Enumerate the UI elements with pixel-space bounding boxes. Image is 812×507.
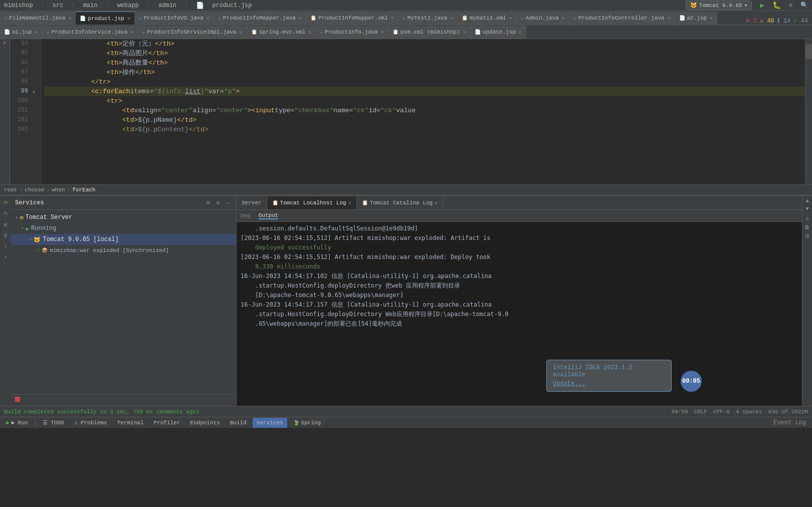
settings-icon[interactable]: ⚙ xyxy=(214,199,222,207)
problems-strip-btn[interactable]: ⚠ Problems xyxy=(70,418,111,428)
tab-admin[interactable]: ☕ Admin.java ✕ xyxy=(517,12,569,25)
log-content[interactable]: .session.defaults.DefaultSqlSession@1e9d… xyxy=(237,222,802,406)
tab-productinfocontroller[interactable]: ☕ ProductInfoController.java ✕ xyxy=(569,12,675,25)
bc-choose[interactable]: choose xyxy=(25,187,45,193)
build-strip-btn[interactable]: Build xyxy=(226,418,251,428)
update-link[interactable]: Update... xyxy=(553,380,585,387)
java-icon-9: ☕ xyxy=(320,29,323,35)
todo-strip-btn[interactable]: ☰ TODO xyxy=(39,418,68,428)
tab-close-localhost-log[interactable]: ✕ xyxy=(348,200,351,206)
collapse-btn[interactable]: ≡ xyxy=(1,209,10,218)
code-line-100: <tr> xyxy=(44,96,805,106)
tab-productinfomapper-xml[interactable]: 📋 ProductInfoMapper.xml ✕ xyxy=(306,12,398,25)
bc-when[interactable]: when xyxy=(52,187,65,193)
tree-item-running[interactable]: ▾ ▶ Running xyxy=(11,223,236,234)
scroll-up-icon[interactable]: ▲ xyxy=(805,198,809,204)
tab-close-springmvc[interactable]: ✕ xyxy=(308,29,311,35)
scroll-down-icon[interactable]: ▼ xyxy=(805,206,809,212)
tab-close-mapper-xml[interactable]: ✕ xyxy=(391,15,394,21)
tab-mybatis-xml[interactable]: 📋 mybatis.xml ✕ xyxy=(458,12,517,25)
catalina-tab-icon: 📋 xyxy=(362,200,368,206)
tab-update-jsp[interactable]: 📄 update.jsp ✕ xyxy=(471,26,526,39)
xml-icon: 📋 xyxy=(310,15,316,21)
tab-pom-xml[interactable]: 📋 pom.xml (mimishop) ✕ xyxy=(388,26,471,39)
tab-close-mybatis[interactable]: ✕ xyxy=(509,15,512,21)
tab-a2-jsp[interactable]: 📄 a2.jsp ✕ xyxy=(675,12,718,25)
encoding-indicator[interactable]: UTF-8 xyxy=(713,409,730,415)
profiler-strip-btn[interactable]: Profiler xyxy=(150,418,184,428)
status-right: 99:50 CRLF UTF-8 4 spaces 836 of 2022M xyxy=(672,409,808,415)
print-icon[interactable]: 🖨 xyxy=(804,232,810,239)
crlf-indicator[interactable]: CRLF xyxy=(694,409,707,415)
tab-close-a1[interactable]: ✕ xyxy=(35,29,38,35)
tab-mytest2[interactable]: ☕ MyTest2.java ✕ xyxy=(398,12,458,25)
clear-icon[interactable]: 🗑 xyxy=(804,224,810,230)
bc-foreach[interactable]: forEach xyxy=(72,187,95,193)
tab-a1-jsp[interactable]: 📄 a1.jsp ✕ xyxy=(0,26,43,39)
run-strip-btn[interactable]: ▶ ▶ Run xyxy=(2,418,32,428)
menu-item-app[interactable]: mimishop xyxy=(4,2,33,9)
minimize-icon[interactable]: — xyxy=(224,199,232,207)
code-line-102: <td>${p.pName}</td> xyxy=(44,115,805,125)
tab-filenameutil[interactable]: ☕ FileNameUtil.java ✕ xyxy=(0,12,76,25)
tab-close-product[interactable]: ✕ xyxy=(127,16,130,22)
tab-productinfo[interactable]: ☕ ProductInfo.java ✕ xyxy=(316,26,388,39)
log-tab-localhost[interactable]: 📋 Tomcat Localhost Log ✕ xyxy=(267,196,357,209)
tab-product-jsp[interactable]: 📄 product.jsp ✕ xyxy=(76,12,135,25)
tree-item-tomcat-instance[interactable]: ▾ 🐱 Tomcat 9.0.65 [local] xyxy=(11,234,236,245)
tab-springmvc-xml[interactable]: 📋 spring-mvc.xml ✕ xyxy=(247,26,316,39)
event-log-btn[interactable]: Event Log xyxy=(773,419,806,426)
tab-productinfovo[interactable]: ☕ ProductInfoVO.java ✕ xyxy=(135,12,214,25)
tab-close-service[interactable]: ✕ xyxy=(131,29,134,35)
expand-btn[interactable]: ⊞ xyxy=(1,220,10,229)
indent-indicator[interactable]: 4 spaces xyxy=(736,409,762,415)
xml-icon-3: 📋 xyxy=(251,29,257,35)
menu-breadcrumb-src: src xyxy=(53,2,64,9)
tab-close-admin[interactable]: ✕ xyxy=(562,15,565,21)
tab-close-mapper[interactable]: ✕ xyxy=(299,15,302,21)
log-line-9: 16-Jun-2023 14:54:17.157 信息 [Catalina-ut… xyxy=(241,300,798,310)
grid-icon[interactable]: ⊞ xyxy=(204,199,212,207)
code-editor[interactable]: <th>定价（元）</th> <th>商品图片</th> <th>商品数量</t… xyxy=(41,39,805,184)
log-line-8: [D:\apache-tomcat-9.0.65\webapps\manager… xyxy=(241,291,798,300)
tab-close-filenameutil[interactable]: ✕ xyxy=(68,15,71,21)
tree-item-war[interactable]: ✓ 📦 mimishop:war exploded [Synchronized] xyxy=(11,245,236,256)
tab-close-controller[interactable]: ✕ xyxy=(667,15,670,21)
tab-close-a2[interactable]: ✕ xyxy=(710,15,713,21)
tab-close-vo[interactable]: ✕ xyxy=(207,15,210,21)
tab-productinfoserviceimpl[interactable]: ☕ ProductInfoServiceImpl.java ✕ xyxy=(138,26,247,39)
filter-btn[interactable]: ⚲ xyxy=(1,231,10,240)
bc-root[interactable]: root xyxy=(4,187,17,193)
search-button[interactable]: 🔍 xyxy=(800,2,808,9)
wrap-icon[interactable]: ≡ xyxy=(805,216,809,222)
refresh-btn[interactable]: ⟳ xyxy=(1,198,10,207)
sort-btn[interactable]: ↕ xyxy=(1,242,10,251)
editor-scrollbar[interactable] xyxy=(805,39,812,184)
tab-productinfomapper[interactable]: ☕ ProductInfoMapper.java ✕ xyxy=(214,12,306,25)
log-subtab-dep[interactable]: Dep xyxy=(241,213,251,219)
line-percentage[interactable]: 99:50 xyxy=(672,409,688,415)
run-config-button[interactable]: 🐱 Tomcat 9.0.65 ▾ xyxy=(686,1,752,10)
error-count: ⊗ 2 xyxy=(746,17,757,25)
log-subtab-output[interactable]: Output xyxy=(259,212,279,219)
warning-gutter-icon[interactable]: ⚠ xyxy=(32,89,35,95)
tab-productinfoservice[interactable]: ☕ ProductInfoService.java ✕ xyxy=(43,26,138,39)
debug-button[interactable]: 🐛 xyxy=(772,1,781,10)
tab-close-catalina-log[interactable]: ✕ xyxy=(435,200,438,206)
tab-close-update[interactable]: ✕ xyxy=(519,29,522,35)
add-btn[interactable]: + xyxy=(1,253,10,262)
log-tab-catalina[interactable]: 📋 Tomcat Catalina Log ✕ xyxy=(357,196,443,209)
tab-close-serviceimpl[interactable]: ✕ xyxy=(240,29,243,35)
settings-button[interactable]: ⚙ xyxy=(789,2,792,9)
terminal-strip-btn[interactable]: Terminal xyxy=(113,418,148,428)
tab-close-productinfo[interactable]: ✕ xyxy=(381,29,384,35)
tree-item-tomcat-server[interactable]: ▾ ⚙ Tomcat Server xyxy=(11,212,236,223)
log-tab-server[interactable]: Server xyxy=(237,196,267,209)
run-button[interactable]: ▶ xyxy=(760,1,764,10)
tab-close-pom[interactable]: ✕ xyxy=(463,29,466,35)
spring-strip-btn[interactable]: 🍃 Spring xyxy=(289,418,325,428)
tab-close-test[interactable]: ✕ xyxy=(450,15,453,21)
stop-button[interactable] xyxy=(15,397,20,404)
services-strip-btn[interactable]: Services xyxy=(253,418,287,428)
endpoints-strip-btn[interactable]: Endpoints xyxy=(186,418,224,428)
